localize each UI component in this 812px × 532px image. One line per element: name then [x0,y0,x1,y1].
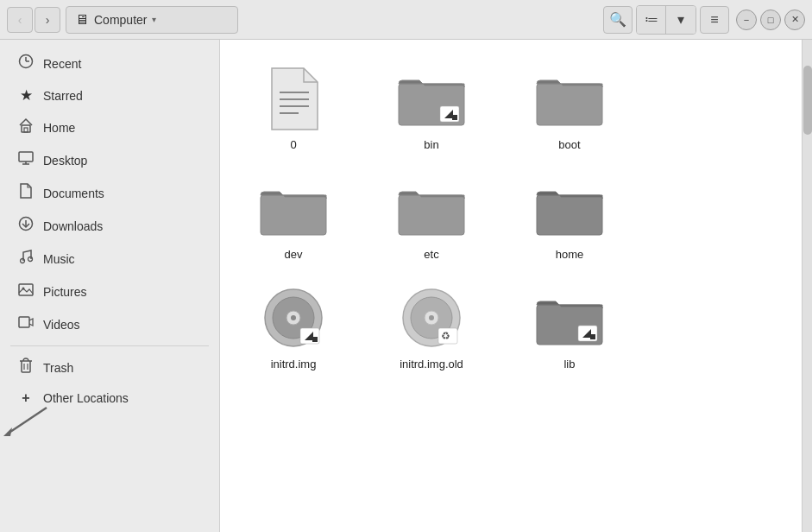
starred-icon: ★ [17,86,35,104]
sidebar-item-music[interactable]: Music [3,243,216,275]
home-label: Home [43,121,75,135]
svg-rect-12 [19,284,33,295]
forward-button[interactable]: › [35,7,60,33]
svg-rect-14 [19,317,29,327]
file-item-bin[interactable]: bin [375,57,488,158]
view-toggle-group: ≔ ▾ [636,5,696,35]
sidebar-item-trash[interactable]: Trash [3,352,216,383]
sidebar-item-downloads[interactable]: Downloads [3,210,216,242]
maximize-icon: □ [768,15,774,25]
view-dropdown-button[interactable]: ▾ [666,6,696,34]
svg-rect-3 [22,125,30,132]
list-view-button[interactable]: ≔ [637,6,666,34]
window-controls: − □ ✕ [736,10,805,30]
sidebar: Recent ★ Starred Home Desktop Documents [0,40,220,532]
documents-icon [17,183,35,203]
file-name-etc: etc [424,248,438,261]
downloads-icon [17,216,35,236]
close-icon: ✕ [791,14,799,25]
file-item-initrd[interactable]: initrd.img [237,276,349,377]
file-icon-initrd [259,283,328,352]
scrollbar-thumb[interactable] [803,66,812,135]
desktop-label: Desktop [43,154,87,168]
recent-icon [17,54,35,73]
sidebar-item-home[interactable]: Home [3,111,216,143]
file-item-dev[interactable]: dev [237,167,349,268]
minimize-icon: − [744,15,749,25]
arrow-pointer-icon [0,403,64,438]
close-button[interactable]: ✕ [784,10,805,30]
sidebar-item-starred[interactable]: ★ Starred [3,80,216,111]
file-name-home: home [556,248,584,261]
nav-buttons: ‹ › [7,7,60,33]
svg-point-39 [429,315,434,320]
sidebar-item-documents[interactable]: Documents [3,177,216,209]
home-icon [17,117,35,137]
svg-marker-18 [3,428,12,436]
documents-label: Documents [43,187,104,200]
file-area: 0 bin [220,40,802,532]
file-item-0[interactable]: 0 [237,57,349,158]
svg-line-17 [8,408,47,434]
file-icon-boot [535,64,604,133]
search-icon: 🔍 [609,11,626,28]
file-icon-initrd-old: ♻ [397,283,466,352]
file-item-boot[interactable]: boot [513,57,626,158]
videos-label: Videos [43,318,80,332]
svg-rect-26 [537,84,602,125]
maximize-button[interactable]: □ [760,10,781,30]
starred-label: Starred [43,89,83,103]
file-name-initrd-old: initrd.img.old [400,358,463,370]
sidebar-item-videos[interactable]: Videos [3,308,216,340]
recent-label: Recent [43,57,81,71]
sidebar-item-desktop[interactable]: Desktop [3,144,216,176]
svg-text:♻: ♻ [441,330,450,342]
menu-button[interactable]: ≡ [700,6,729,34]
trash-icon [17,358,35,377]
location-label: Computer [94,13,147,27]
file-item-home[interactable]: home [513,167,626,268]
file-icon-lib [535,283,604,352]
file-name-lib: lib [563,358,575,370]
sidebar-item-other-locations[interactable]: + Other Locations [3,384,216,412]
music-label: Music [43,252,75,266]
main-area: Recent ★ Starred Home Desktop Documents [0,40,812,532]
search-button[interactable]: 🔍 [603,6,633,34]
location-dropdown-icon: ▾ [152,15,156,24]
file-icon-bin [397,64,466,133]
pictures-label: Pictures [43,285,87,299]
file-name-bin: bin [424,138,438,151]
back-button[interactable]: ‹ [7,7,33,33]
svg-rect-28 [399,195,464,235]
scrollbar-track[interactable] [802,40,812,532]
computer-icon: 🖥 [75,12,89,28]
sidebar-item-pictures[interactable]: Pictures [3,276,216,307]
location-bar[interactable]: 🖥 Computer ▾ [66,6,238,34]
pictures-icon [17,282,35,301]
music-icon [17,249,35,269]
svg-rect-27 [261,195,326,235]
file-name-0: 0 [290,138,296,151]
file-name-boot: boot [558,138,580,151]
file-icon-dev [259,174,328,243]
titlebar: ‹ › 🖥 Computer ▾ 🔍 ≔ ▾ ≡ − [0,0,812,40]
file-name-initrd: initrd.img [271,358,317,370]
sidebar-divider [10,345,209,346]
videos-icon [17,314,35,334]
sidebar-item-recent[interactable]: Recent [3,48,216,79]
svg-rect-29 [537,195,602,235]
file-item-etc[interactable]: etc [375,167,488,268]
list-view-icon: ≔ [645,11,658,28]
svg-point-33 [291,315,296,320]
svg-rect-5 [19,152,33,162]
file-item-lib[interactable]: lib [513,276,626,377]
file-item-initrd-old[interactable]: ♻ initrd.img.old [375,276,488,377]
menu-icon: ≡ [710,12,718,28]
file-grid: 0 bin [237,57,784,377]
view-dropdown-icon: ▾ [677,11,684,28]
minimize-button[interactable]: − [736,10,757,30]
file-name-dev: dev [285,248,303,261]
desktop-icon [17,150,35,170]
file-icon-home [535,174,604,243]
trash-label: Trash [43,361,73,375]
